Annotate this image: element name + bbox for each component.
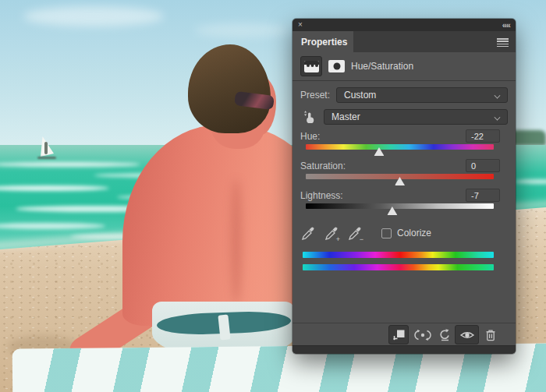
- delete-trash-icon[interactable]: [484, 325, 498, 344]
- man-spine-shading: [231, 179, 242, 304]
- channel-dropdown[interactable]: Master: [324, 109, 508, 125]
- panel-menu-icon[interactable]: [497, 38, 509, 47]
- saturation-value-input[interactable]: 0: [466, 159, 500, 172]
- panel-tab-row: Properties: [292, 31, 516, 52]
- preset-dropdown[interactable]: Custom: [336, 87, 508, 103]
- hue-track[interactable]: [306, 144, 494, 150]
- hue-ramp-original: [303, 252, 494, 258]
- panel-titlebar: × ««: [292, 19, 516, 31]
- windsurfer: [44, 142, 48, 154]
- saturation-slider-block: Saturation: 0: [292, 159, 516, 189]
- colorize-label: Colorize: [397, 228, 431, 238]
- wave-foam: [0, 162, 140, 167]
- tab-properties[interactable]: Properties: [292, 31, 353, 52]
- preset-row: Preset: Custom: [292, 86, 516, 104]
- lightness-label: Lightness:: [300, 190, 343, 201]
- chevron-down-icon: [495, 93, 501, 99]
- preset-value: Custom: [344, 90, 376, 101]
- lightness-value-input[interactable]: -7: [466, 189, 500, 202]
- properties-panel: × «« Properties Hue/Saturation Preset: C…: [292, 19, 516, 354]
- hue-slider-block: Hue: -22: [292, 129, 516, 159]
- cloud: [23, 6, 164, 26]
- close-icon[interactable]: ×: [298, 21, 303, 29]
- adjustment-header: Hue/Saturation: [292, 52, 516, 80]
- lightness-value: -7: [471, 191, 479, 200]
- adjustment-title: Hue/Saturation: [351, 61, 413, 72]
- footer-divider: [292, 323, 516, 323]
- eyedropper-add-icon[interactable]: +: [324, 225, 339, 242]
- chevron-down-icon: [495, 115, 501, 121]
- hue-label: Hue:: [300, 131, 320, 142]
- targeted-adjustment-hand-icon[interactable]: [300, 109, 317, 125]
- preset-label: Preset:: [300, 90, 330, 101]
- divider: [292, 80, 516, 81]
- windsurf-board: [37, 157, 56, 159]
- lightness-slider-block: Lightness: -7: [292, 189, 516, 218]
- saturation-label: Saturation:: [300, 161, 346, 171]
- saturation-value: 0: [471, 161, 476, 171]
- visibility-eye-icon[interactable]: [455, 325, 479, 344]
- panel-bottom-strip: [292, 345, 516, 354]
- layer-mask-icon[interactable]: [328, 60, 345, 72]
- cloud: [195, 23, 289, 37]
- eyedropper-subtract-icon[interactable]: −: [347, 225, 362, 242]
- view-previous-state-icon[interactable]: [412, 325, 434, 344]
- reset-icon[interactable]: [436, 325, 453, 344]
- minus-glyph: −: [360, 236, 363, 243]
- hue-value: -22: [471, 132, 484, 141]
- hue-ramp-adjusted: [303, 264, 494, 270]
- adjustment-glyph: [304, 61, 319, 72]
- collapse-panel-icon[interactable]: ««: [502, 21, 510, 30]
- screenshot-root: × «« Properties Hue/Saturation Preset: C…: [0, 0, 546, 392]
- hue-value-input[interactable]: -22: [466, 129, 500, 143]
- channel-row: Master: [292, 108, 516, 126]
- eyedropper-row: + − Colorize: [292, 221, 516, 245]
- clip-to-layer-icon[interactable]: [388, 325, 409, 344]
- colorize-control: Colorize: [381, 228, 431, 238]
- channel-value: Master: [332, 111, 360, 122]
- eyedropper-icon[interactable]: [300, 225, 315, 242]
- plus-glyph: +: [336, 236, 340, 243]
- tab-label: Properties: [301, 37, 347, 48]
- lightness-track[interactable]: [306, 203, 494, 209]
- colorize-checkbox[interactable]: [381, 228, 392, 238]
- hue-saturation-adjustment-icon[interactable]: [300, 56, 322, 76]
